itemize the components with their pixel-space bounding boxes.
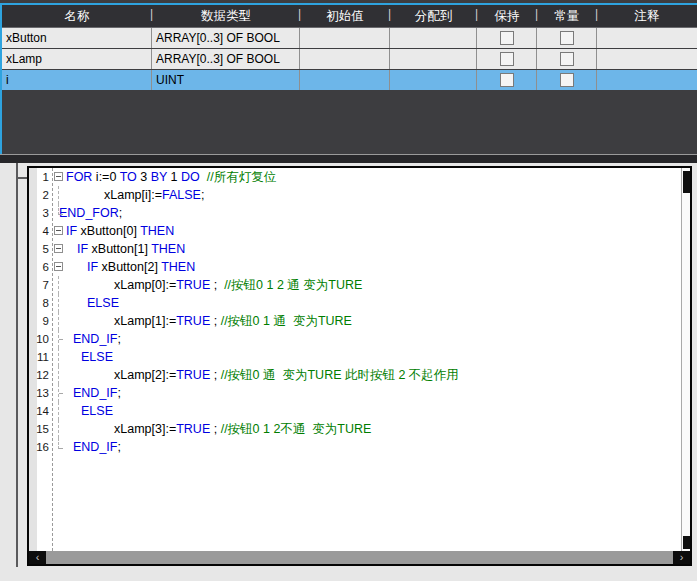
cell-initial-value[interactable] bbox=[300, 28, 390, 48]
code-line[interactable]: 1FOR i:=0 TO 3 BY 1 DO //所有灯复位 bbox=[29, 168, 681, 186]
code-line[interactable]: 15xLamp[3]:=TRUE ; //按钮0 1 2不通 变为TURE bbox=[29, 420, 681, 438]
constant-checkbox[interactable] bbox=[560, 52, 574, 66]
cell-assigned-to[interactable] bbox=[390, 49, 477, 69]
scroll-left-button[interactable]: ‹ bbox=[29, 551, 46, 564]
vertical-scrollbar-thumb[interactable] bbox=[683, 171, 690, 193]
keyword-token: END_IF bbox=[73, 386, 117, 400]
column-separator: | bbox=[595, 7, 598, 21]
retain-checkbox[interactable] bbox=[500, 73, 514, 87]
line-number: 8 bbox=[29, 294, 52, 312]
code-text: END_IF; bbox=[73, 330, 121, 348]
constant-checkbox[interactable] bbox=[560, 31, 574, 45]
code-panel: 1FOR i:=0 TO 3 BY 1 DO //所有灯复位2xLamp[i]:… bbox=[0, 163, 697, 581]
cell-initial-value[interactable] bbox=[300, 49, 390, 69]
code-line[interactable]: 8ELSE bbox=[29, 294, 681, 312]
constant-checkbox[interactable] bbox=[560, 73, 574, 87]
code-token: xLamp[i]:= bbox=[104, 188, 162, 202]
keyword-token: FALSE bbox=[162, 188, 201, 202]
st-code-editor[interactable]: 1FOR i:=0 TO 3 BY 1 DO //所有灯复位2xLamp[i]:… bbox=[27, 166, 692, 566]
table-row[interactable]: xLampARRAY[0..3] OF BOOL bbox=[2, 49, 697, 70]
cell-retain bbox=[477, 28, 537, 48]
cell-name[interactable]: i bbox=[2, 70, 152, 90]
code-text: xLamp[i]:=FALSE; bbox=[104, 186, 204, 204]
retain-checkbox[interactable] bbox=[500, 31, 514, 45]
column-header-label: 注释 bbox=[635, 8, 660, 25]
code-text: ELSE bbox=[87, 294, 119, 312]
column-header[interactable]: 名称 bbox=[2, 5, 152, 27]
column-header[interactable]: |常量 bbox=[537, 5, 597, 27]
cell-assigned-to[interactable] bbox=[390, 28, 477, 48]
cell-name[interactable]: xButton bbox=[2, 28, 152, 48]
keyword-token: TRUE bbox=[176, 278, 210, 292]
horizontal-scrollbar[interactable]: ‹ › bbox=[29, 551, 690, 564]
fold-collapse-icon[interactable] bbox=[54, 262, 63, 271]
cell-data-type[interactable]: ARRAY[0..3] OF BOOL bbox=[152, 49, 300, 69]
fold-collapse-icon[interactable] bbox=[54, 226, 63, 235]
line-number: 14 bbox=[29, 402, 52, 420]
code-token: ; bbox=[201, 188, 204, 202]
fold-guide-line bbox=[58, 348, 59, 366]
code-line[interactable]: 10END_IF; bbox=[29, 330, 681, 348]
fold-collapse-icon[interactable] bbox=[54, 172, 63, 181]
horizontal-scrollbar-track[interactable] bbox=[46, 551, 673, 564]
table-header: 名称|数据类型|初始值|分配到|保持|常量|注释 bbox=[2, 5, 697, 28]
code-line-content: xLamp[0]:=TRUE ; //按钮0 1 2 通 变为TURE bbox=[52, 276, 681, 294]
code-token: xLamp[1]:= bbox=[114, 314, 176, 328]
cell-comment[interactable] bbox=[597, 70, 697, 90]
scroll-right-button[interactable]: › bbox=[673, 551, 690, 564]
code-text: xLamp[0]:=TRUE ; //按钮0 1 2 通 变为TURE bbox=[114, 276, 362, 294]
code-line[interactable]: 14ELSE bbox=[29, 402, 681, 420]
cell-comment[interactable] bbox=[597, 28, 697, 48]
code-line[interactable]: 7xLamp[0]:=TRUE ; //按钮0 1 2 通 变为TURE bbox=[29, 276, 681, 294]
code-token: 3 bbox=[137, 170, 151, 184]
line-number: 6 bbox=[29, 258, 52, 276]
column-header[interactable]: |分配到 bbox=[390, 5, 477, 27]
code-line[interactable]: 12xLamp[2]:=TRUE ; //按钮0 通 变为TURE 此时按钮 2… bbox=[29, 366, 681, 384]
line-number: 11 bbox=[29, 348, 52, 366]
cell-name[interactable]: xLamp bbox=[2, 49, 152, 69]
code-token: ; bbox=[119, 206, 122, 220]
column-header[interactable]: |初始值 bbox=[300, 5, 390, 27]
keyword-token: TRUE bbox=[176, 368, 210, 382]
column-header-label: 常量 bbox=[555, 8, 580, 25]
keyword-token: IF bbox=[87, 260, 98, 274]
column-header[interactable]: |保持 bbox=[477, 5, 537, 27]
fold-end-mark bbox=[58, 204, 63, 215]
code-token: ; bbox=[117, 332, 120, 346]
code-line[interactable]: 3END_FOR; bbox=[29, 204, 681, 222]
vertical-scrollbar[interactable] bbox=[681, 168, 690, 551]
code-line[interactable]: 13END_IF; bbox=[29, 384, 681, 402]
table-row[interactable]: xButtonARRAY[0..3] OF BOOL bbox=[2, 28, 697, 49]
code-text: ELSE bbox=[81, 348, 113, 366]
code-token: ; bbox=[117, 440, 120, 454]
column-separator: | bbox=[535, 7, 538, 21]
code-line[interactable]: 16END_IF; bbox=[29, 438, 681, 456]
code-line[interactable]: 6IF xButton[2] THEN bbox=[29, 258, 681, 276]
scroll-down-button[interactable] bbox=[683, 536, 690, 549]
column-header[interactable]: |注释 bbox=[597, 5, 697, 27]
cell-data-type[interactable]: ARRAY[0..3] OF BOOL bbox=[152, 28, 300, 48]
code-line[interactable]: 4IF xButton[0] THEN bbox=[29, 222, 681, 240]
column-header[interactable]: |数据类型 bbox=[152, 5, 300, 27]
code-line[interactable]: 11ELSE bbox=[29, 348, 681, 366]
column-separator: | bbox=[388, 7, 391, 21]
table-body: xButtonARRAY[0..3] OF BOOLxLampARRAY[0..… bbox=[2, 28, 697, 91]
cell-assigned-to[interactable] bbox=[390, 70, 477, 90]
cell-initial-value[interactable] bbox=[300, 70, 390, 90]
fold-guide-line bbox=[58, 186, 59, 204]
code-line[interactable]: 9xLamp[1]:=TRUE ; //按钮0 1 通 变为TURE bbox=[29, 312, 681, 330]
comment-token: //按钮0 通 变为TURE 此时按钮 2 不起作用 bbox=[221, 368, 459, 382]
cell-constant bbox=[537, 49, 597, 69]
cell-comment[interactable] bbox=[597, 49, 697, 69]
cell-data-type[interactable]: UINT bbox=[152, 70, 300, 90]
code-text: ELSE bbox=[81, 402, 113, 420]
code-line[interactable]: 2xLamp[i]:=FALSE; bbox=[29, 186, 681, 204]
table-row[interactable]: iUINT bbox=[2, 70, 697, 91]
fold-collapse-icon[interactable] bbox=[54, 244, 63, 253]
line-number: 13 bbox=[29, 384, 52, 402]
fold-end-mark bbox=[58, 330, 59, 348]
panel-splitter-band[interactable] bbox=[0, 155, 697, 163]
code-line[interactable]: 5IF xButton[1] THEN bbox=[29, 240, 681, 258]
retain-checkbox[interactable] bbox=[500, 52, 514, 66]
code-token: 1 bbox=[167, 170, 181, 184]
